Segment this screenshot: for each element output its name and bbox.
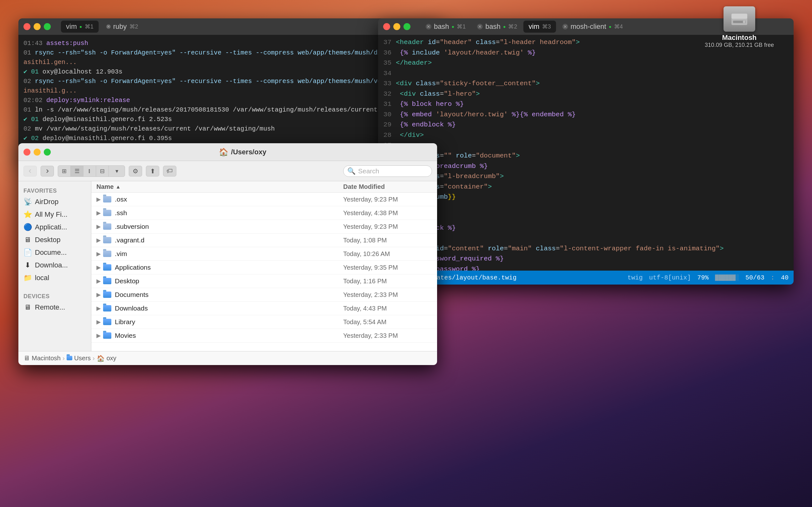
tab-bash1-close[interactable]: ✕ <box>426 24 432 30</box>
file-name-osx: ▶ .osx <box>96 195 343 204</box>
close-button[interactable] <box>23 23 31 30</box>
tab-vim-shortcut: ⌘1 <box>85 23 94 30</box>
term-line-10: 02 mv /var/www/staging/mush/releases/cur… <box>23 124 438 134</box>
tab-mosh-close[interactable]: ✕ <box>562 24 568 30</box>
file-row-documents[interactable]: ▶ Documents Yesterday, 2:33 PM <box>91 288 437 302</box>
file-row-movies[interactable]: ▶ Movies Yesterday, 2:33 PM <box>91 329 437 343</box>
expand-arrow-applications[interactable]: ▶ <box>96 264 101 271</box>
vim-line-26: 26 <div class="" role="document"> <box>378 151 794 161</box>
bash-close-button[interactable] <box>383 23 390 30</box>
term-line-7: 02:02 deploy:symlink:release <box>23 96 438 105</box>
expand-arrow-vim[interactable]: ▶ <box>96 250 101 257</box>
tags-button[interactable]: 🏷 <box>163 166 176 176</box>
back-button[interactable] <box>23 166 37 176</box>
tab-ruby-shortcut: ⌘2 <box>130 23 138 30</box>
breadcrumb-users[interactable]: Users <box>67 354 91 362</box>
home-icon-breadcrumb: 🏠 <box>97 354 105 362</box>
expand-arrow-movies[interactable]: ▶ <box>96 332 101 339</box>
search-placeholder: Search <box>358 167 379 175</box>
tab-mosh[interactable]: ✕ mosh-client ● ⌘4 <box>557 20 628 33</box>
view-options-button[interactable]: ▾ <box>109 166 125 176</box>
tab-vim-bash[interactable]: vim ⌘3 <box>523 20 556 33</box>
share-button[interactable]: ⬆ <box>146 166 159 176</box>
sidebar-item-remote[interactable]: 🖥 Remote... <box>18 301 91 314</box>
expand-arrow-osx[interactable]: ▶ <box>96 196 101 203</box>
file-name-applications: ▶ Applications <box>96 263 343 272</box>
file-row-subversion[interactable]: ▶ .subversion Yesterday, 9:23 PM <box>91 220 437 233</box>
tab-bash-2[interactable]: ✕ bash ● ⌘2 <box>472 20 522 33</box>
breadcrumb-oxy[interactable]: 🏠 oxy <box>97 354 116 362</box>
maximize-button[interactable] <box>44 23 51 30</box>
vim-line-24: 24 <div class="l-breadcrumb"> <box>378 171 794 182</box>
tab-vim[interactable]: vim ● ⌘1 <box>61 20 99 33</box>
expand-arrow-library[interactable]: ▶ <box>96 319 101 326</box>
gallery-view-button[interactable]: ⊟ <box>96 166 109 176</box>
downloads-icon: ⬇ <box>23 261 32 269</box>
breadcrumb-macintosh[interactable]: 🖥 Macintosh <box>23 354 61 362</box>
file-row-vim[interactable]: ▶ .vim Today, 10:26 AM <box>91 247 437 261</box>
bash-maximize-button[interactable] <box>403 23 410 30</box>
finder-file-list: Name ▲ Date Modified ▶ .osx Yesterday, 9… <box>91 181 437 351</box>
desktop-icon: 🖥 <box>23 236 32 244</box>
sidebar-item-all-my-files[interactable]: ⭐ All My Fi... <box>18 208 91 221</box>
minimize-button[interactable] <box>34 23 41 30</box>
tab-bash2-label: bash <box>485 22 501 31</box>
vim-line-27: 27 <box>378 140 794 151</box>
finder-minimize-button[interactable] <box>34 149 41 156</box>
vim-statusbar: NORMAL templates/layout/base.twig twig u… <box>378 271 794 285</box>
file-row-desktop[interactable]: ▶ Desktop Today, 1:16 PM <box>91 274 437 288</box>
icon-view-button[interactable]: ⊞ <box>58 166 71 176</box>
finder-toolbar: ⊞ ☰ ⫿ ⊟ ▾ ⚙ ⬆ 🏷 🔍 Search <box>18 161 437 181</box>
sidebar-item-desktop[interactable]: 🖥 Desktop <box>18 233 91 246</box>
sidebar-remote-label: Remote... <box>35 303 65 312</box>
date-column-header[interactable]: Date Modified <box>343 183 432 190</box>
tab-ruby[interactable]: ✕ ruby ⌘2 <box>101 20 143 33</box>
file-date-documents: Yesterday, 2:33 PM <box>343 291 432 298</box>
expand-arrow-vagrantd[interactable]: ▶ <box>96 237 101 244</box>
term-line-9: ✔ 01 deploy@minasithil.genero.fi 2.523s <box>23 115 438 124</box>
file-row-vagrantd[interactable]: ▶ .vagrant.d Today, 1:08 PM <box>91 233 437 247</box>
file-label-vagrantd: .vagrant.d <box>115 236 144 244</box>
bash-minimize-button[interactable] <box>393 23 400 30</box>
vim-line-25: 25 {% block breadcrumb %} <box>378 161 794 172</box>
expand-arrow-desktop[interactable]: ▶ <box>96 278 101 285</box>
finder-traffic-lights <box>23 149 51 156</box>
expand-arrow-documents[interactable]: ▶ <box>96 291 101 298</box>
file-row-downloads[interactable]: ▶ Downloads Today, 4:43 PM <box>91 302 437 315</box>
term-line-3: asithil.gen... <box>23 58 438 67</box>
file-row-osx[interactable]: ▶ .osx Yesterday, 9:23 PM <box>91 193 437 206</box>
tab-bash-1[interactable]: ✕ bash ● ⌘1 <box>420 20 471 33</box>
sidebar-item-applications[interactable]: 🔵 Applicati... <box>18 221 91 233</box>
vim-line-29: 29 {% endblock %} <box>378 120 794 130</box>
expand-arrow-downloads[interactable]: ▶ <box>96 305 101 312</box>
file-row-ssh[interactable]: ▶ .ssh Yesterday, 4:38 PM <box>91 206 437 220</box>
action-button[interactable]: ⚙ <box>129 166 142 176</box>
file-date-subversion: Yesterday, 9:23 PM <box>343 223 432 230</box>
column-view-button[interactable]: ⫿ <box>84 166 96 176</box>
sidebar-item-downloads[interactable]: ⬇ Downloa... <box>18 259 91 272</box>
forward-button[interactable] <box>41 166 54 176</box>
sidebar-item-documents[interactable]: 📄 Docume... <box>18 246 91 259</box>
disk-icon-area[interactable]: Macintosh 310.09 GB, 210.21 GB free <box>705 6 774 49</box>
sidebar-item-airdrop[interactable]: 📡 AirDrop <box>18 195 91 208</box>
file-name-downloads: ▶ Downloads <box>96 304 343 313</box>
expand-arrow-ssh[interactable]: ▶ <box>96 210 101 216</box>
expand-arrow-subversion[interactable]: ▶ <box>96 223 101 230</box>
tab-ruby-close[interactable]: ✕ <box>106 24 111 29</box>
list-view-button[interactable]: ☰ <box>71 166 84 176</box>
tab-bash2-close[interactable]: ✕ <box>477 24 483 30</box>
breadcrumb-sep-2: › <box>93 354 95 362</box>
finder-search[interactable]: 🔍 Search <box>343 165 432 177</box>
vim-line-33: 33<div class="sticky-footer__content"> <box>378 78 794 89</box>
file-row-applications[interactable]: ▶ Applications Yesterday, 9:35 PM <box>91 261 437 274</box>
vim-line-30: 30 {% embed 'layout/hero.twig' %}{% ende… <box>378 110 794 120</box>
file-date-vim: Today, 10:26 AM <box>343 250 432 258</box>
finder-title-text: /Users/oxy <box>231 148 266 156</box>
finder-maximize-button[interactable] <box>44 149 51 156</box>
name-column-header[interactable]: Name ▲ <box>96 183 343 190</box>
vim-editor[interactable]: 37<header id="header" class="l-header he… <box>378 35 794 271</box>
sidebar-item-local[interactable]: 📁 local <box>18 272 91 284</box>
finder-close-button[interactable] <box>23 149 31 156</box>
macintosh-icon: 🖥 <box>23 354 30 362</box>
file-row-library[interactable]: ▶ Library Today, 5:54 AM <box>91 315 437 329</box>
